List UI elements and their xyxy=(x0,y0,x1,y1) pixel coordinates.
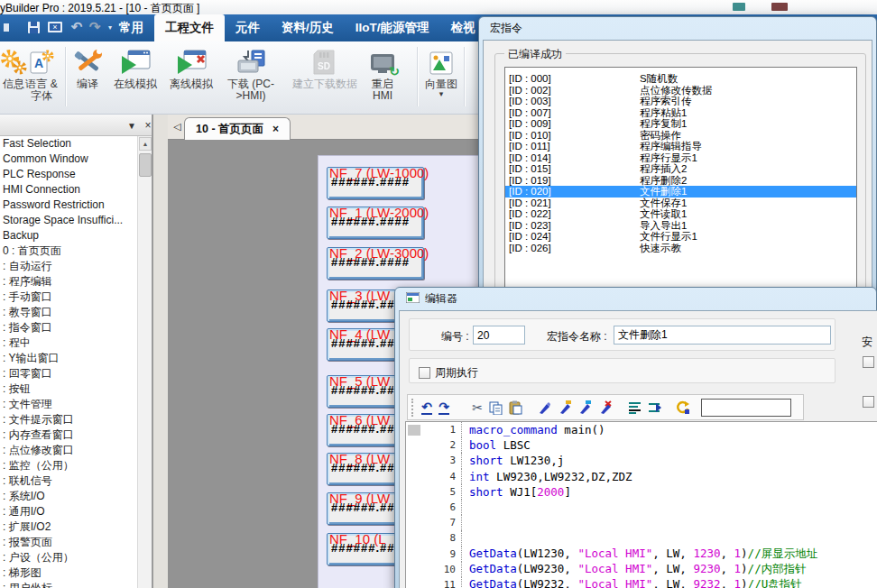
edit-pen-delete-icon[interactable] xyxy=(597,400,614,416)
sidebar-item[interactable]: Common Window xyxy=(0,152,137,167)
macro-list-row[interactable]: [ID : 009]程序复制1 xyxy=(505,118,856,130)
macro-list-row[interactable]: [ID : 024]文件行显示1 xyxy=(505,231,856,243)
macro-name-input[interactable] xyxy=(614,326,831,345)
sidebar-item[interactable]: : 用户坐标 xyxy=(0,581,137,588)
code-editor[interactable]: 1macro_command main()2bool LBSC3short LW… xyxy=(405,421,877,588)
code-line[interactable]: 11GetData(LW9232, "Local HMI", LW, 9232,… xyxy=(406,577,877,588)
sidebar-item[interactable]: : 指令窗口 xyxy=(0,320,137,335)
language-font-button[interactable]: A 语言 & 字体 xyxy=(20,43,63,113)
tab-close-icon[interactable]: × xyxy=(272,123,279,135)
sidebar-item[interactable]: : 点位修改窗口 xyxy=(0,443,137,458)
paste-icon[interactable] xyxy=(507,400,523,416)
code-line[interactable]: 10GetData(LW9230, "Local HMI", LW, 9230,… xyxy=(406,562,877,577)
macro-list-row[interactable]: [ID : 026]快速示教 xyxy=(505,243,856,254)
line-list-icon[interactable] xyxy=(627,400,643,416)
periodic-exec-checkbox[interactable] xyxy=(419,367,430,379)
code-line[interactable]: 3short LW1230,j xyxy=(406,453,877,468)
scroll-up-icon[interactable]: ▲ xyxy=(139,137,152,151)
compile-button[interactable]: 编译 xyxy=(69,43,106,113)
code-line[interactable]: 2bool LBSC xyxy=(406,437,877,453)
tab-scroll-left-icon[interactable]: ◁ xyxy=(173,121,180,133)
sidebar-item[interactable]: : 按钮 xyxy=(0,381,137,397)
sidebar-item[interactable]: : 梯形图 xyxy=(0,565,137,581)
sidebar-item[interactable]: : 文件管理 xyxy=(0,397,137,412)
macro-list-row[interactable]: [ID : 003]程序索引传 xyxy=(505,96,856,107)
document-tab[interactable]: 10 - 首页页面 × xyxy=(184,117,291,140)
copy-icon[interactable] xyxy=(487,400,503,416)
sidebar-item[interactable]: : 联机信号 xyxy=(0,473,137,489)
goto-line-icon[interactable] xyxy=(647,400,663,416)
macro-dialog-titlebar[interactable]: 宏指令 xyxy=(479,17,876,39)
panel-splitter[interactable] xyxy=(153,115,168,588)
macro-list-row[interactable]: [ID : 007]程序粘贴1 xyxy=(505,107,856,119)
macro-list-row[interactable]: [ID : 019]程序删除2 xyxy=(505,175,856,187)
macro-list-row[interactable]: [ID : 022]文件读取1 xyxy=(505,208,856,220)
sidebar-item[interactable]: : 系统I/O xyxy=(0,489,137,504)
find-input[interactable] xyxy=(701,399,791,417)
ribbon-tab[interactable]: 工程文件 xyxy=(154,14,225,41)
ribbon-tab[interactable]: 资料/历史 xyxy=(271,14,345,41)
cut-icon[interactable]: ✂ xyxy=(469,400,485,416)
toolbar-grip[interactable] xyxy=(411,399,413,417)
sidebar-item[interactable]: Backup xyxy=(0,228,137,243)
macro-list-row[interactable]: [ID : 002]点位修改传数据 xyxy=(505,85,856,96)
sidebar-item[interactable]: HMI Connection xyxy=(0,182,137,198)
macro-list-row[interactable]: [ID : 011]程序编辑指导 xyxy=(505,141,856,152)
sidebar-item[interactable]: : 报警页面 xyxy=(0,535,137,550)
vector-graphic-button[interactable]: 向量图 ▾ xyxy=(420,43,462,113)
code-line[interactable]: 6 xyxy=(406,500,877,515)
sidebar-item[interactable]: : 通用I/O xyxy=(0,504,137,519)
ribbon-tab[interactable]: IIoT/能源管理 xyxy=(345,14,440,41)
panel-chevron-icon[interactable]: ▼ xyxy=(125,118,139,133)
restart-hmi-button[interactable]: ↻ 重启 HMI xyxy=(363,43,402,113)
ribbon-tab[interactable]: 元件 xyxy=(225,14,271,41)
code-line[interactable]: 1macro_command main() xyxy=(406,422,877,437)
macro-list-row[interactable]: [ID : 023]导入导出1 xyxy=(505,220,856,232)
sidebar-item[interactable]: : 自动运行 xyxy=(0,259,137,274)
find-refresh-icon[interactable] xyxy=(674,400,690,416)
edit-pen-add-icon[interactable] xyxy=(557,400,573,416)
sidebar-item[interactable]: Password Restriction xyxy=(0,198,137,213)
number-input[interactable] xyxy=(473,326,525,345)
code-line[interactable]: 5short WJ1[2000] xyxy=(406,484,877,500)
download-button[interactable]: 下载 (PC- >HMI) xyxy=(222,43,280,113)
sidebar-item[interactable]: : 教导窗口 xyxy=(0,305,137,320)
macro-list-row[interactable]: [ID : 020]文件删除1 xyxy=(505,186,856,198)
code-line[interactable]: 7 xyxy=(406,515,877,530)
security-checkbox-2[interactable] xyxy=(863,396,874,408)
ribbon-tab[interactable]: 常用 xyxy=(108,14,154,41)
undo-icon[interactable]: ↶ xyxy=(419,400,435,416)
sidebar-item[interactable]: : 手动窗口 xyxy=(0,289,137,305)
security-checkbox-1[interactable] xyxy=(863,356,874,368)
sidebar-item[interactable]: PLC Response xyxy=(0,167,137,182)
online-simulation-button[interactable]: 在线模拟 xyxy=(108,43,162,113)
save-icon[interactable] xyxy=(25,19,42,35)
scrollbar-thumb[interactable] xyxy=(139,153,152,177)
edit-pen-next-icon[interactable] xyxy=(577,400,593,416)
macro-list-row[interactable]: [ID : 014]程序行显示1 xyxy=(505,152,856,164)
macro-list-row[interactable]: [ID : 015]程序插入2 xyxy=(505,163,856,175)
sidebar-item[interactable]: : 户设（公用） xyxy=(0,550,137,565)
sidebar-item[interactable]: : Y输出窗口 xyxy=(0,351,137,366)
redo-icon[interactable]: ↷ xyxy=(87,19,103,35)
sidebar-item[interactable]: Storage Space Insuffici... xyxy=(0,213,137,228)
offline-simulation-button[interactable]: 离线模拟 xyxy=(164,43,218,113)
export-window-icon[interactable]: × xyxy=(47,19,63,35)
macro-list[interactable]: [ID : 000]S随机数[ID : 002]点位修改传数据[ID : 003… xyxy=(504,67,857,303)
menu-icon[interactable] xyxy=(0,19,11,35)
sidebar-item[interactable]: : 回零窗口 xyxy=(0,366,137,381)
macro-list-row[interactable]: [ID : 000]S随机数 xyxy=(505,73,856,85)
redo-icon[interactable]: ↷ xyxy=(436,400,452,416)
sidebar-item[interactable]: : 扩展I/O2 xyxy=(0,519,137,535)
sidebar-item[interactable]: : 监控（公用） xyxy=(0,458,137,473)
code-line[interactable]: 4int LW9230,LW9232,DZ,ZDZ xyxy=(406,469,877,484)
code-line[interactable]: 8 xyxy=(406,530,877,546)
periodic-exec-option[interactable]: 周期执行 xyxy=(419,365,478,381)
undo-icon[interactable]: ↶ xyxy=(69,19,85,35)
macro-list-row[interactable]: [ID : 010]密码操作 xyxy=(505,130,856,142)
edit-pen-icon[interactable] xyxy=(536,400,552,416)
sidebar-item[interactable]: : 程中 xyxy=(0,335,137,351)
sidebar-item[interactable]: 0 : 首页页面 xyxy=(0,243,137,259)
panel-scrollbar[interactable]: ▲ xyxy=(137,136,152,588)
editor-titlebar[interactable]: 编辑器 xyxy=(395,288,876,309)
